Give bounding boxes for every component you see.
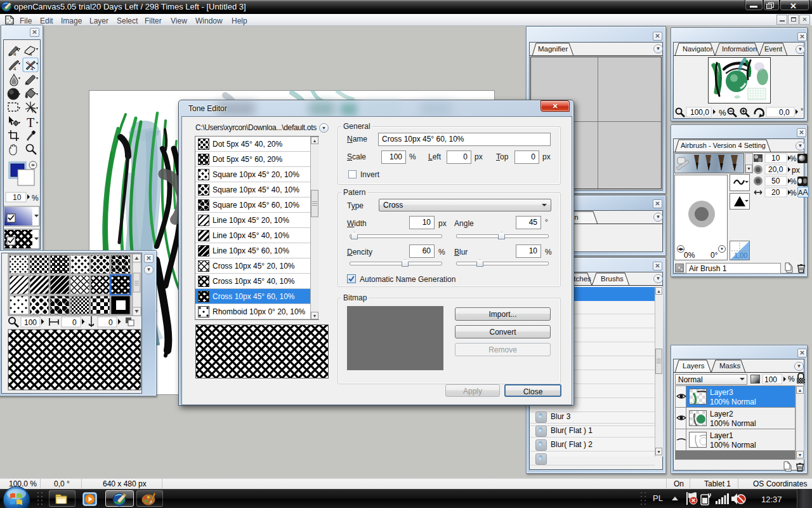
svg-text:°: ° (801, 107, 803, 114)
svg-text:px: px (792, 166, 800, 175)
svg-text:100: 100 (24, 318, 37, 327)
svg-text:0: 0 (72, 318, 77, 327)
svg-text:0: 0 (108, 318, 113, 327)
svg-text:T: T (27, 116, 34, 130)
svg-text:10: 10 (13, 193, 22, 202)
svg-text:50: 50 (771, 177, 780, 185)
svg-text:%: % (790, 177, 797, 186)
svg-text:%: % (790, 154, 797, 163)
svg-text:%: % (719, 108, 726, 117)
svg-text:4: 4 (13, 66, 16, 72)
svg-text:20: 20 (771, 188, 780, 197)
svg-text:100,0: 100,0 (690, 108, 709, 117)
svg-text:%: % (790, 189, 797, 197)
svg-text:4: 4 (29, 51, 32, 57)
svg-text:4: 4 (30, 66, 34, 72)
svg-text:4: 4 (13, 51, 16, 57)
svg-text:20,0: 20,0 (768, 165, 783, 174)
svg-text:0,0: 0,0 (779, 108, 790, 117)
svg-text:1,00: 1,00 (734, 251, 747, 259)
svg-text:%: % (32, 194, 39, 203)
svg-text:10: 10 (771, 154, 780, 163)
